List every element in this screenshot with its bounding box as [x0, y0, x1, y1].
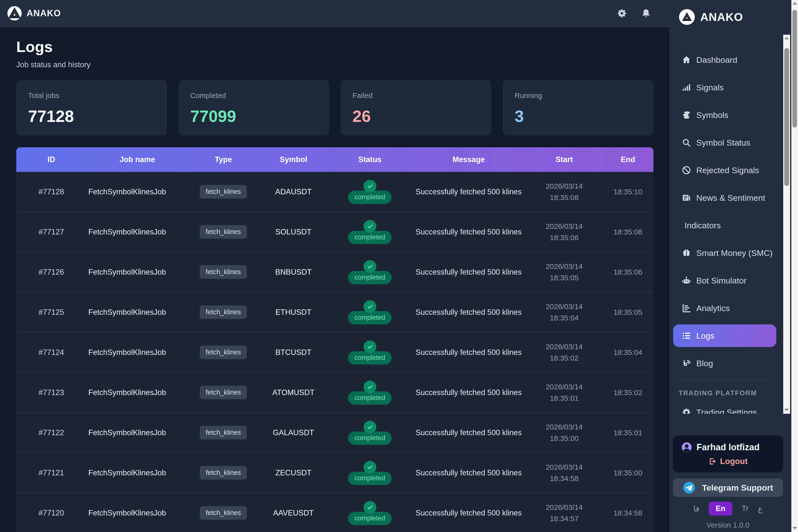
sidebar-item-blog[interactable]: Blog: [673, 352, 776, 375]
cell-symbol: ETHUSDT: [258, 308, 328, 317]
logout-button[interactable]: Logout: [681, 457, 775, 466]
cell-end: 18:35:06: [603, 268, 653, 276]
status-label: completed: [348, 231, 392, 244]
list-icon: [682, 331, 691, 341]
telegram-support-button[interactable]: Telegram Support: [673, 478, 783, 497]
stat-card-label: Total jobs: [28, 91, 155, 100]
sidebar-scrollbar-thumb[interactable]: [784, 48, 789, 186]
cell-message: Successfully fetched 500 klines: [411, 388, 526, 397]
sidebar-item-label: Trading Settings: [696, 407, 757, 414]
scroll-down-arrow-icon[interactable]: [793, 527, 797, 530]
sidebar-item-rejected-signals[interactable]: Rejected Signals: [673, 159, 776, 182]
page-subtitle: Job status and history: [16, 60, 653, 69]
cell-start: 2026/03/14 18:34:58: [526, 461, 603, 484]
status-label: completed: [348, 191, 392, 204]
stat-card-label: Running: [515, 91, 642, 100]
type-badge: fetch_klines: [200, 225, 247, 239]
sidebar-item-label: Symbol Status: [696, 138, 750, 148]
start-date: 2026/03/14: [526, 461, 603, 473]
user-card: Farhad lotfizad Logout: [673, 435, 783, 472]
coins-icon: [682, 110, 691, 120]
cell-message: Successfully fetched 500 klines: [411, 348, 526, 357]
column-header-job-name: Job name: [87, 155, 188, 164]
stat-card-value: 26: [353, 107, 479, 126]
triangle-logo-icon: [681, 11, 692, 23]
type-badge: fetch_klines: [200, 265, 247, 279]
status-badge: completed: [328, 180, 411, 204]
start-time: 18:35:04: [526, 312, 603, 324]
start-date: 2026/03/14: [526, 261, 603, 272]
column-header-symbol: Symbol: [258, 155, 328, 164]
user-name: Farhad lotfizad: [697, 442, 760, 453]
sidebar-item-dashboard[interactable]: Dashboard: [673, 49, 776, 71]
column-header-message: Message: [411, 155, 526, 164]
nav-section-label: TRADING PLATFORM: [679, 390, 776, 397]
page-scrollbar-thumb[interactable]: [792, 10, 797, 128]
search-icon: [682, 138, 691, 148]
brand-name: ANAKO: [26, 8, 61, 18]
lang-option[interactable]: Tr: [742, 504, 748, 513]
check-icon: [366, 263, 374, 270]
page-scrollbar[interactable]: [791, 0, 798, 532]
cell-end: 18:35:01: [603, 429, 653, 437]
brain-icon: [682, 248, 691, 258]
sidebar-item-smart-money-smc[interactable]: Smart Money (SMC): [673, 242, 776, 264]
type-badge: fetch_klines: [200, 185, 247, 198]
sidebar-item-trading-settings[interactable]: Trading Settings: [673, 401, 776, 414]
cell-start: 2026/03/14 18:35:05: [526, 261, 603, 284]
status-label: completed: [348, 391, 392, 405]
cell-symbol: ATOMUSDT: [258, 388, 328, 397]
sidebar-item-label: Rejected Signals: [696, 166, 759, 175]
cell-job-name: FetchSymbolKlinesJob: [87, 388, 188, 397]
check-circle: [363, 340, 376, 353]
lang-option[interactable]: ع: [758, 504, 762, 513]
lang-option[interactable]: فا: [693, 504, 699, 513]
table-row: #77126 FetchSymbolKlinesJob fetch_klines…: [16, 252, 653, 292]
triangle-logo-icon: [7, 6, 22, 20]
cell-symbol: AAVEUSDT: [258, 509, 328, 517]
start-time: 18:34:58: [526, 473, 603, 484]
sidebar-brand-name: ANAKO: [700, 10, 743, 24]
scroll-up-arrow-icon[interactable]: [793, 2, 797, 5]
cell-job-name: FetchSymbolKlinesJob: [87, 268, 188, 277]
table-header-row: IDJob nameTypeSymbolStatusMessageStartEn…: [16, 147, 653, 172]
sidebar-item-symbols[interactable]: Symbols: [673, 104, 776, 126]
cell-symbol: ZECUSDT: [258, 469, 328, 477]
sidebar: ANAKO Dashboard Signals Symbols Symbol S…: [670, 0, 798, 532]
sidebar-item-signals[interactable]: Signals: [673, 76, 776, 99]
sidebar-item-symbol-status[interactable]: Symbol Status: [673, 131, 776, 154]
bell-icon[interactable]: [641, 8, 651, 19]
user-row: Farhad lotfizad: [681, 442, 775, 453]
sidebar-item-bot-simulator[interactable]: Bot Simulator: [673, 269, 776, 292]
check-icon: [366, 303, 374, 310]
table-row: #77128 FetchSymbolKlinesJob fetch_klines…: [16, 172, 653, 212]
topbar: ANAKO: [0, 0, 670, 27]
table-row: #77124 FetchSymbolKlinesJob fetch_klines…: [16, 332, 653, 373]
sidebar-item-logs[interactable]: Logs: [673, 324, 776, 347]
cell-end: 18:35:04: [603, 348, 653, 357]
stat-card-label: Failed: [353, 91, 479, 100]
column-header-end: End: [603, 155, 653, 164]
check-circle: [363, 501, 376, 514]
sidebar-item-news-sentiment[interactable]: News & Sentiment: [673, 187, 776, 209]
type-badge: fetch_klines: [200, 386, 247, 399]
start-time: 18:35:08: [526, 192, 603, 203]
scroll-up-arrow-icon[interactable]: [784, 37, 789, 39]
cell-job-name: FetchSymbolKlinesJob: [87, 348, 188, 357]
status-badge: completed: [328, 461, 411, 485]
sidebar-scrollbar[interactable]: [783, 35, 790, 414]
lang-option-active[interactable]: En: [709, 502, 733, 515]
signal-bars-icon: [682, 82, 691, 92]
version-label: Version 1.0.0: [673, 521, 783, 529]
cell-id: #77125: [16, 308, 87, 317]
page-title: Logs: [16, 38, 653, 55]
stat-card-value: 3: [515, 107, 642, 126]
scroll-down-arrow-icon[interactable]: [784, 408, 789, 411]
start-time: 18:35:06: [526, 232, 603, 243]
sidebar-item-analytics[interactable]: Analytics: [673, 297, 776, 320]
check-icon: [366, 423, 374, 431]
sidebar-item-label: News & Sentiment: [696, 193, 765, 203]
sun-icon[interactable]: [616, 8, 627, 19]
sidebar-item-indicators[interactable]: Indicators: [673, 214, 776, 237]
start-time: 18:35:05: [526, 272, 603, 284]
